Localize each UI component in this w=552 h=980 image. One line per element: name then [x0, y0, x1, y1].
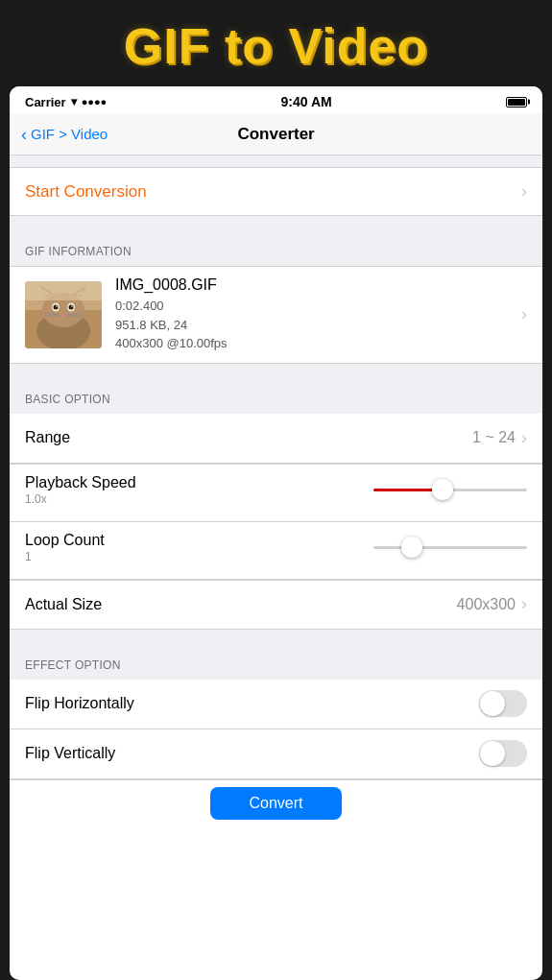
top-spacer — [10, 155, 542, 167]
status-carrier: Carrier ▾ ●●●● — [25, 95, 107, 109]
nav-back-label: GIF > Video — [31, 126, 108, 142]
range-value: 1 ~ 24 — [472, 429, 516, 446]
status-bar: Carrier ▾ ●●●● 9:40 AM — [10, 86, 542, 113]
range-row[interactable]: Range 1 ~ 24 › — [10, 414, 542, 464]
loop-label-wrap: Loop Count 1 — [25, 532, 105, 563]
flip-vertically-toggle[interactable] — [479, 740, 527, 767]
content: Start Conversion › GIF INFORMATION — [10, 155, 542, 827]
playback-speed-row: Playback Speed 1.0x — [10, 464, 542, 522]
gif-filename: IMG_0008.GIF — [115, 276, 521, 294]
status-battery-area — [506, 97, 527, 108]
flip-vertically-row[interactable]: Flip Vertically — [10, 729, 542, 779]
playback-speed-label: Playback Speed — [25, 474, 136, 491]
flip-horizontally-toggle-thumb — [480, 691, 505, 716]
flip-vertically-toggle-thumb — [480, 741, 505, 766]
loop-count-slider[interactable] — [373, 546, 527, 549]
svg-point-11 — [69, 304, 74, 309]
flip-vertically-label: Flip Vertically — [25, 745, 115, 762]
loop-count-row: Loop Count 1 — [10, 522, 542, 580]
start-conversion-row[interactable]: Start Conversion › — [10, 167, 542, 216]
svg-point-13 — [71, 305, 73, 307]
start-conversion-label: Start Conversion — [25, 182, 147, 202]
gif-info-text: IMG_0008.GIF 0:02.400 951.8 KB, 24 400x3… — [115, 276, 521, 353]
effect-option-section-header: EFFECT OPTION — [10, 641, 542, 680]
gif-size: 951.8 KB, 24 — [115, 316, 521, 335]
banner: GIF to Video — [0, 0, 552, 86]
bottom-bar: Convert — [10, 779, 542, 827]
playback-speed-slider[interactable] — [373, 489, 527, 491]
start-conversion-chevron-icon: › — [521, 181, 527, 202]
phone-frame: Carrier ▾ ●●●● 9:40 AM ‹ GIF > Video Con… — [10, 86, 542, 980]
actual-size-chevron-icon: › — [521, 594, 527, 614]
banner-title: GIF to Video — [0, 17, 552, 75]
playback-slider-track — [373, 489, 527, 491]
actual-size-row[interactable]: Actual Size 400x300 › — [10, 580, 542, 630]
loop-count-label: Loop Count — [25, 532, 105, 549]
svg-point-10 — [54, 304, 59, 309]
flip-horizontally-label: Flip Horizontally — [25, 695, 134, 712]
range-chevron-icon: › — [521, 428, 527, 448]
battery-fill — [508, 99, 525, 106]
gif-info-row[interactable]: IMG_0008.GIF 0:02.400 951.8 KB, 24 400x3… — [10, 266, 542, 364]
flip-horizontally-toggle[interactable] — [479, 690, 527, 717]
battery-icon — [506, 97, 527, 108]
gif-duration: 0:02.400 — [115, 297, 521, 316]
svg-rect-19 — [25, 281, 102, 300]
status-time: 9:40 AM — [281, 94, 332, 109]
actual-size-value: 400x300 — [457, 596, 516, 613]
spacer-2 — [10, 364, 542, 375]
gif-info-chevron-icon: › — [521, 304, 527, 324]
wifi-icon: ▾ — [71, 95, 77, 108]
loop-count-sublabel: 1 — [25, 550, 105, 563]
loop-top: Loop Count 1 — [25, 532, 527, 563]
playback-slider-thumb[interactable] — [432, 479, 453, 500]
nav-title: Converter — [108, 125, 444, 144]
spacer-1 — [10, 216, 542, 227]
playback-label-wrap: Playback Speed 1.0x — [25, 474, 136, 506]
convert-button[interactable]: Convert — [210, 787, 341, 820]
gif-info-section-header: GIF INFORMATION — [10, 227, 542, 266]
actual-size-value-area: 400x300 › — [457, 594, 527, 614]
signal-bars: ●●●● — [82, 96, 108, 108]
playback-top: Playback Speed 1.0x — [25, 474, 527, 506]
spacer-3 — [10, 630, 542, 641]
svg-point-12 — [56, 305, 58, 307]
basic-option-section-header: BASIC OPTION — [10, 375, 542, 414]
gif-thumbnail — [25, 281, 102, 348]
loop-slider-track — [373, 546, 527, 549]
flip-horizontally-row[interactable]: Flip Horizontally — [10, 680, 542, 729]
actual-size-label: Actual Size — [25, 596, 102, 613]
playback-speed-sublabel: 1.0x — [25, 492, 136, 506]
range-value-area: 1 ~ 24 › — [472, 428, 527, 448]
back-chevron-icon: ‹ — [21, 126, 27, 143]
carrier-label: Carrier — [25, 95, 66, 109]
loop-slider-thumb[interactable] — [401, 537, 422, 558]
gif-dimensions: 400x300 @10.00fps — [115, 334, 521, 353]
nav-back-button[interactable]: ‹ GIF > Video — [21, 126, 108, 143]
range-label: Range — [25, 429, 70, 446]
nav-bar: ‹ GIF > Video Converter — [10, 113, 542, 155]
